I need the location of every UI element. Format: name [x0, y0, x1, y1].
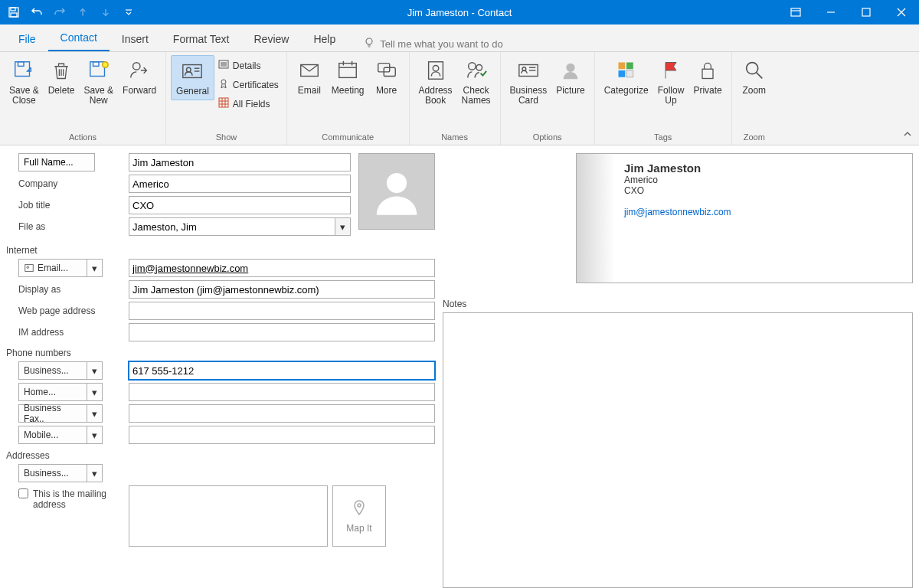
email-type-dropdown[interactable]: ▾ — [87, 259, 103, 277]
svg-line-56 — [757, 73, 763, 79]
business-phone-button[interactable]: Business... — [18, 361, 87, 380]
collapse-ribbon-icon[interactable] — [902, 129, 913, 142]
home-phone-button[interactable]: Home... — [18, 383, 87, 401]
jobtitle-input[interactable] — [129, 196, 351, 214]
calendar-icon — [335, 58, 360, 83]
addressbook-icon — [424, 58, 448, 83]
private-button[interactable]: Private — [688, 55, 726, 99]
business-phone-dropdown[interactable]: ▾ — [87, 361, 103, 380]
address-book-button[interactable]: Address Book — [414, 55, 457, 109]
full-name-input[interactable] — [129, 153, 351, 172]
map-it-button[interactable]: Map It — [332, 485, 386, 547]
svg-point-10 — [366, 38, 372, 44]
save-close-button[interactable]: Save & Close — [5, 55, 44, 109]
business-card-preview[interactable]: Jim Jameston Americo CXO jim@jamestonnew… — [576, 153, 913, 283]
next-icon[interactable] — [96, 3, 115, 21]
save-icon[interactable] — [5, 3, 23, 21]
svg-point-60 — [358, 504, 361, 507]
bizcard-name: Jim Jameston — [624, 162, 731, 175]
tab-review[interactable]: Review — [241, 27, 301, 51]
full-name-button[interactable]: Full Name... — [18, 153, 95, 172]
svg-rect-24 — [219, 60, 228, 68]
general-button[interactable]: General — [171, 55, 214, 100]
address-business-dropdown[interactable]: ▾ — [87, 464, 103, 482]
previous-icon[interactable] — [74, 3, 92, 21]
webpage-label: Web page address — [6, 305, 113, 316]
fax-button[interactable]: Business Fax.. — [18, 404, 87, 423]
company-label: Company — [6, 178, 95, 189]
tab-help[interactable]: Help — [301, 27, 348, 51]
group-zoom: Zoom Zoom — [732, 52, 777, 145]
im-input[interactable] — [129, 323, 435, 341]
address-business-button[interactable]: Business... — [18, 464, 87, 482]
company-input[interactable] — [129, 175, 351, 193]
ribbon: Save & Close Delete Save & New Forward A… — [0, 52, 919, 145]
customize-qat-icon[interactable] — [119, 3, 138, 21]
meeting-button[interactable]: Meeting — [327, 55, 369, 99]
all-fields-button[interactable]: All Fields — [214, 95, 282, 113]
email-type-button[interactable]: Email... — [18, 259, 87, 277]
mobile-dropdown[interactable]: ▾ — [87, 426, 103, 444]
tab-insert[interactable]: Insert — [110, 27, 161, 51]
categorize-button[interactable]: Categorize — [600, 55, 653, 99]
check-names-button[interactable]: Check Names — [457, 55, 495, 109]
tell-me-label: Tell me what you want to do — [380, 38, 502, 50]
window-title: Jim Jameston - Contact — [407, 7, 512, 18]
svg-point-43 — [468, 63, 475, 70]
more-button[interactable]: More — [369, 55, 404, 99]
home-phone-dropdown[interactable]: ▾ — [87, 383, 103, 401]
details-icon — [217, 58, 230, 73]
svg-rect-17 — [93, 62, 99, 67]
svg-rect-11 — [15, 62, 30, 77]
forward-button[interactable]: Forward — [118, 55, 161, 99]
notes-label: Notes — [443, 299, 913, 309]
email-input[interactable] — [129, 259, 435, 277]
fileas-dropdown[interactable]: ▾ — [335, 217, 351, 236]
fax-dropdown[interactable]: ▾ — [87, 404, 103, 423]
svg-point-49 — [566, 64, 574, 72]
displayas-input[interactable] — [129, 280, 435, 299]
zoom-button[interactable]: Zoom — [737, 55, 772, 99]
fax-input[interactable] — [129, 404, 435, 423]
chat-icon — [374, 58, 399, 83]
mobile-button[interactable]: Mobile... — [18, 426, 87, 444]
svg-point-57 — [387, 173, 407, 193]
details-button[interactable]: Details — [214, 57, 282, 74]
close-icon[interactable] — [884, 0, 919, 24]
picture-button[interactable]: Picture — [551, 55, 589, 99]
tab-contact[interactable]: Contact — [48, 25, 110, 51]
certificates-button[interactable]: Certificates — [214, 76, 282, 93]
delete-button[interactable]: Delete — [44, 55, 80, 99]
save-new-button[interactable]: Save & New — [79, 55, 118, 109]
lock-icon — [695, 58, 720, 83]
mailing-address-checkbox[interactable]: This is the mailing address — [18, 488, 110, 510]
address-textarea[interactable] — [129, 485, 328, 547]
tab-file[interactable]: File — [6, 27, 48, 51]
business-phone-input[interactable] — [129, 361, 435, 380]
notes-textarea[interactable] — [443, 312, 913, 588]
contact-photo[interactable] — [358, 153, 435, 230]
email-button[interactable]: Email — [292, 55, 327, 99]
undo-icon[interactable] — [28, 3, 46, 21]
tell-me[interactable]: Tell me what you want to do — [348, 37, 502, 51]
bizcard-gradient — [577, 154, 615, 283]
svg-rect-29 — [219, 98, 228, 107]
ribbon-display-icon[interactable] — [778, 0, 813, 24]
im-label: IM address — [6, 327, 95, 338]
maximize-icon[interactable] — [849, 0, 884, 24]
fileas-input[interactable] — [129, 217, 335, 236]
picture-icon — [558, 58, 583, 83]
redo-icon[interactable] — [51, 3, 69, 21]
follow-up-button[interactable]: Follow Up — [653, 55, 689, 109]
mobile-input[interactable] — [129, 426, 435, 444]
webpage-input[interactable] — [129, 302, 435, 320]
group-show: General Details Certificates All Fields … — [166, 52, 287, 145]
bizcard-title: CXO — [624, 185, 731, 196]
tab-format-text[interactable]: Format Text — [161, 27, 242, 51]
minimize-icon[interactable] — [813, 0, 849, 24]
business-card-button[interactable]: Business Card — [505, 55, 552, 109]
bizcard-company: Americo — [624, 175, 731, 185]
home-phone-input[interactable] — [129, 383, 435, 401]
group-communicate: Email Meeting More Communicate — [287, 52, 410, 145]
svg-rect-40 — [384, 67, 395, 76]
